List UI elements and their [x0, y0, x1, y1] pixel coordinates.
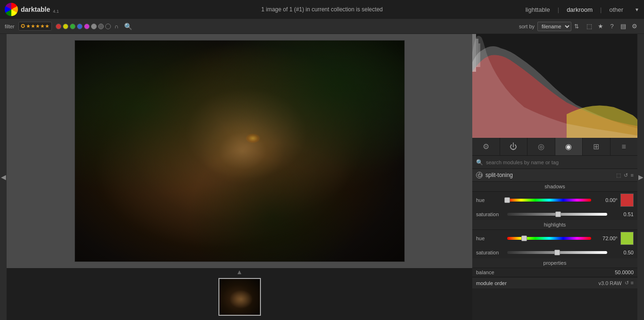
- module-tabs: ⚙ ⏻ ◎ ◉ ⊞ ≡: [472, 138, 637, 156]
- shadows-hue-track[interactable]: [507, 199, 591, 202]
- toolbar-icons: ⬚ ★ ? ▤ ⚙: [585, 22, 639, 31]
- highlights-hue-slider-container: [507, 235, 591, 242]
- split-toning-header[interactable]: ⏻ split-toning ⬚ ↺ ≡: [472, 169, 637, 182]
- color-circle-outline[interactable]: [105, 24, 111, 29]
- module-order-icons: ↺ ≡: [625, 280, 634, 286]
- app-logo-icon[interactable]: [5, 3, 18, 16]
- shadows-saturation-track[interactable]: [507, 213, 607, 216]
- balance-label: balance: [476, 269, 615, 275]
- tab-color-correction[interactable]: ◉: [555, 138, 583, 155]
- properties-section-label: properties: [472, 258, 637, 268]
- shadows-color-preview[interactable]: [620, 194, 634, 207]
- star-filter[interactable]: ✪ ★★★★★: [18, 22, 52, 31]
- main-image: [75, 40, 405, 262]
- modules-area: ⏻ split-toning ⬚ ↺ ≡ shadows hue 0.00°: [472, 169, 637, 320]
- highlights-hue-value: 72.00°: [594, 236, 618, 241]
- toolbar-icon-copy[interactable]: ⬚: [585, 22, 594, 31]
- top-nav: lighttable | darkroom | other ▼: [526, 6, 639, 13]
- histogram-svg: [472, 34, 637, 138]
- nav-dropdown-arrow[interactable]: ▼: [635, 7, 639, 12]
- balance-value: 50.0000: [615, 269, 634, 275]
- tab-grid[interactable]: ⊞: [583, 138, 611, 155]
- color-circles: [56, 24, 111, 29]
- highlights-hue-thumb[interactable]: [521, 236, 527, 241]
- highlights-hue-row: hue 72.00°: [472, 230, 637, 247]
- right-panel-toggle[interactable]: ▶: [637, 34, 644, 320]
- shadows-saturation-thumb[interactable]: [555, 211, 561, 217]
- highlights-color-preview[interactable]: [620, 232, 634, 245]
- shadows-saturation-row: saturation 0.51: [472, 209, 637, 220]
- module-icons: ⬚ ↺ ≡: [616, 172, 634, 178]
- foliage-overlay: [75, 41, 404, 261]
- tab-menu[interactable]: ≡: [611, 138, 638, 155]
- module-copy-icon[interactable]: ⬚: [616, 172, 621, 178]
- color-circle-white[interactable]: [91, 24, 97, 29]
- highlights-hue-track[interactable]: [507, 237, 591, 240]
- module-search-input[interactable]: [486, 160, 634, 165]
- shadows-saturation-label: saturation: [476, 211, 504, 217]
- filmstrip-thumb-1[interactable]: [218, 278, 261, 316]
- svg-rect-2: [476, 39, 478, 67]
- shadows-saturation-slider-container: [507, 211, 607, 218]
- color-circle-yellow[interactable]: [63, 24, 68, 29]
- module-order-value: v3.0 RAW: [598, 280, 621, 286]
- sort-order-icon[interactable]: ⇅: [574, 23, 579, 30]
- image-viewport: [7, 34, 472, 268]
- sort-label: sort by: [519, 24, 535, 29]
- shadows-hue-value: 0.00°: [594, 197, 618, 203]
- nav-other[interactable]: other: [609, 6, 623, 13]
- module-power-toggle[interactable]: ⏻: [476, 172, 483, 178]
- module-title: split-toning: [485, 172, 613, 178]
- color-circle-blue[interactable]: [77, 24, 83, 29]
- highlights-section-label: highlights: [472, 220, 637, 230]
- sort-area: sort by filename date rating ⇅: [519, 22, 579, 31]
- module-order-menu-icon[interactable]: ≡: [631, 280, 634, 286]
- shadows-hue-thumb[interactable]: [504, 197, 510, 203]
- highlights-saturation-label: saturation: [476, 250, 504, 255]
- sort-dropdown[interactable]: filename date rating: [537, 22, 571, 31]
- tab-parametric[interactable]: ⚙: [472, 138, 500, 155]
- toolbar-icon-star[interactable]: ★: [596, 22, 605, 31]
- filmstrip: ▲: [7, 268, 472, 320]
- highlights-saturation-value: 0.50: [610, 250, 634, 255]
- color-circle-red[interactable]: [56, 24, 61, 29]
- star-filter-stars: ★★★★★: [26, 23, 50, 29]
- toolbar-icon-settings[interactable]: ⚙: [630, 22, 639, 31]
- color-circle-green[interactable]: [70, 24, 75, 29]
- intersect-icon[interactable]: ∩: [115, 23, 119, 30]
- nav-lighttable[interactable]: lighttable: [526, 6, 550, 13]
- toolbar-icon-metadata[interactable]: ▤: [619, 22, 628, 31]
- tab-active-modules[interactable]: ⏻: [500, 138, 528, 155]
- star-filter-icon: ✪: [21, 23, 25, 29]
- module-reset-icon[interactable]: ↺: [624, 172, 628, 178]
- module-order-label: module order: [476, 280, 595, 286]
- toolbar-icon-help[interactable]: ?: [607, 22, 617, 31]
- shadows-hue-label: hue: [476, 197, 504, 203]
- module-menu-icon[interactable]: ≡: [631, 172, 634, 178]
- balance-row: balance 50.0000: [472, 268, 637, 277]
- svg-rect-1: [472, 34, 476, 72]
- highlights-saturation-slider-container: [507, 249, 607, 256]
- status-text: 1 image of 1 (#1) in current collection …: [261, 6, 383, 13]
- highlights-saturation-track[interactable]: [507, 251, 607, 254]
- left-panel-arrow: ◀: [1, 173, 6, 181]
- shadows-hue-row: hue 0.00°: [472, 192, 637, 209]
- filmstrip-arrow[interactable]: ▲: [236, 268, 243, 276]
- search-icon[interactable]: 🔍: [124, 23, 132, 30]
- color-circle-gray[interactable]: [98, 24, 104, 29]
- left-panel-toggle[interactable]: ◀: [0, 34, 7, 320]
- nav-darkroom[interactable]: darkroom: [567, 6, 593, 13]
- app-logo: darktable 4.1: [5, 3, 59, 16]
- svg-rect-3: [478, 43, 480, 67]
- app-version: 4.1: [53, 9, 59, 14]
- module-order-reset-icon[interactable]: ↺: [625, 280, 629, 286]
- nav-sep2: |: [600, 6, 602, 13]
- highlights-saturation-row: saturation 0.50: [472, 247, 637, 258]
- color-circle-magenta[interactable]: [84, 24, 90, 29]
- filmstrip-items: [218, 278, 261, 316]
- highlights-saturation-thumb[interactable]: [554, 250, 560, 255]
- shadows-hue-slider-container: [507, 196, 591, 204]
- tab-presets[interactable]: ◎: [527, 138, 555, 155]
- shadows-saturation-value: 0.51: [610, 211, 634, 217]
- module-search-icon: 🔍: [476, 159, 483, 166]
